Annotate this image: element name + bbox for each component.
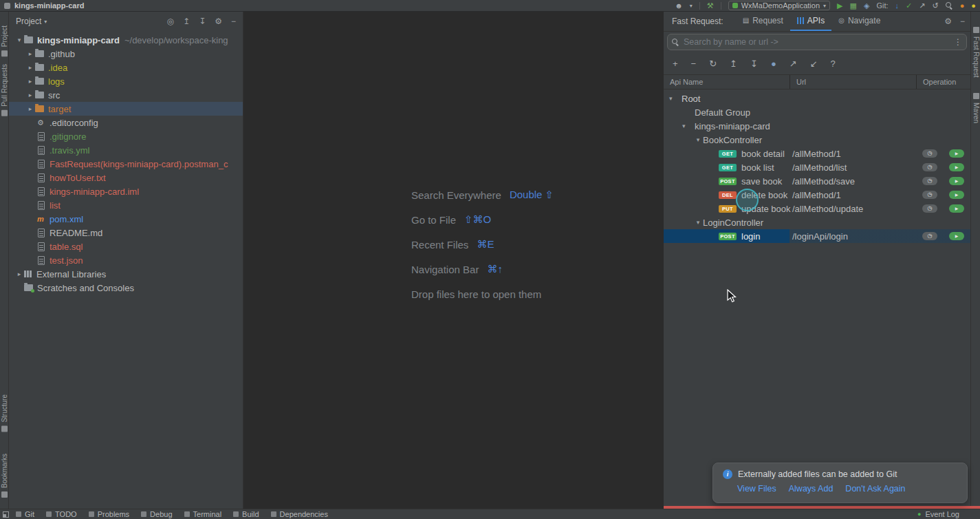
settings-gear-icon[interactable]: ⚙ [944,17,952,26]
add-button[interactable]: + [673,59,678,69]
git-update-icon[interactable]: ↓ [895,2,900,10]
chevron-right-icon[interactable]: ▸ [25,105,35,112]
chevron-down-icon[interactable]: ▾ [690,3,693,9]
expand-all-button[interactable]: ↥ [730,59,737,69]
stub-todo[interactable]: TODO [46,510,77,518]
send-request-button[interactable]: ▶ [949,149,964,158]
stub-build[interactable]: Build [233,510,259,518]
tree-row-selected[interactable]: ▸target [9,102,243,116]
run-configuration-selector[interactable]: WxMaDemoApplication ▾ [728,1,830,10]
stub-terminal[interactable]: Terminal [184,510,222,518]
column-header-operation[interactable]: Operation [916,75,970,89]
sidebar-item-structure[interactable]: Structure [1,394,8,432]
refresh-button[interactable]: ↻ [709,59,717,69]
history-button[interactable]: ◷ [922,177,937,185]
chevron-down-icon[interactable]: ▾ [693,219,703,226]
rollback-icon[interactable]: ↺ [932,2,938,10]
services-icon[interactable]: ▦ [850,2,857,10]
tree-row[interactable]: .gitignore [9,129,243,143]
chevron-right-icon[interactable]: ▸ [25,50,35,57]
history-button[interactable]: ◷ [922,204,937,213]
tree-row[interactable]: ▸.idea [9,61,243,74]
export-button[interactable]: ↗ [790,59,797,69]
filter-button[interactable]: ● [771,59,776,69]
git-push-icon[interactable]: ↗ [919,2,925,10]
chevron-down-icon[interactable]: ▾ [681,123,695,129]
collapse-all-button[interactable]: ↧ [199,17,206,26]
tree-row[interactable]: test.json [9,253,243,267]
api-row[interactable]: GET book detail /allMethod/1 ◷▶ [664,147,970,160]
send-request-button[interactable]: ▶ [949,177,964,185]
expand-all-button[interactable]: ↥ [183,17,190,26]
send-request-button[interactable]: ▶ [949,232,964,240]
tree-row-external-libraries[interactable]: ▸External Libraries [9,267,243,281]
sidebar-item-maven[interactable]: Maven [972,93,980,123]
api-row[interactable]: POST save book /allMethod/save ◷▶ [664,174,970,188]
stub-event-log[interactable]: ● Event Log [917,510,959,518]
column-header-url[interactable]: Url [790,75,916,89]
api-tree-row[interactable]: ▾kings-miniapp-card [664,119,970,133]
help-button[interactable]: ? [831,59,836,69]
stub-debug[interactable]: Debug [141,510,172,518]
search-icon[interactable] [946,2,953,10]
kebab-menu-icon[interactable]: ⋮ [954,37,962,47]
settings-gear-icon[interactable]: ⚙ [215,17,222,26]
history-button[interactable]: ◷ [922,163,937,171]
tab-apis[interactable]: APIs [790,12,831,31]
api-row-delete-book[interactable]: DEL delete book /allMethod/1 ◷▶ [664,188,970,202]
chevron-down-icon[interactable]: ▾ [693,136,703,143]
project-view-selector[interactable]: Project [16,17,41,26]
chevron-down-icon[interactable]: ▾ [44,19,47,25]
api-tree-row-root[interactable]: ▾Root [664,92,970,105]
history-button[interactable]: ◷ [922,232,937,240]
api-tree-row-controller[interactable]: ▾LoginController [664,215,970,229]
tree-row-scratches[interactable]: Scratches and Consoles [9,281,243,295]
api-search-field[interactable]: ⋮ [667,34,967,50]
send-request-button[interactable]: ▶ [949,163,964,171]
tree-row[interactable]: kings-miniapp-card.iml [9,184,243,198]
sidebar-item-bookmarks[interactable]: Bookmarks [1,454,8,498]
stub-dependencies[interactable]: Dependencies [271,510,328,518]
debug-icon[interactable]: ◈ [864,2,869,10]
tree-row[interactable]: howToUser.txt [9,171,243,184]
api-row[interactable]: PUT update book /allMethod/update ◷▶ [664,202,970,215]
tree-row[interactable]: README.md [9,226,243,240]
sidebar-item-fast-request[interactable]: Fast Request [972,27,980,77]
tab-navigate[interactable]: ◎Navigate [831,12,887,31]
chevron-down-icon[interactable]: ▾ [668,95,682,102]
git-notification-balloon[interactable]: i Externally added files can be added to… [712,463,968,503]
dont-ask-again-link[interactable]: Don't Ask Again [845,484,905,494]
stub-git[interactable]: Git [16,510,34,518]
tree-row[interactable]: ⚙.editorconfig [9,116,243,129]
send-request-button[interactable]: ▶ [949,204,964,213]
chevron-right-icon[interactable]: ▸ [25,64,35,71]
api-row-selected[interactable]: POST login /loginApi/login ◷▶ [664,229,970,243]
search-input[interactable] [684,37,950,47]
view-files-link[interactable]: View Files [737,484,776,494]
sync-status-icon[interactable]: ● [960,2,965,10]
always-add-link[interactable]: Always Add [789,484,834,494]
history-button[interactable]: ◷ [922,191,937,199]
chevron-right-icon[interactable]: ▸ [25,78,35,85]
tree-row-project-root[interactable]: ▾ kings-miniapp-card ~/develop/workspace… [9,33,243,47]
build-hammer-icon[interactable]: ⚒ [707,2,714,10]
api-row[interactable]: GET book list /allMethod/list ◷▶ [664,160,970,174]
tree-row[interactable]: list [9,198,243,212]
toolwindow-toggle-icon[interactable] [3,511,9,518]
sidebar-item-pull-requests[interactable]: Pull Requests [1,64,8,116]
column-header-api-name[interactable]: Api Name [664,75,790,89]
tree-row[interactable]: .travis.yml [9,143,243,157]
chevron-right-icon[interactable]: ▸ [25,92,35,98]
hide-panel-button[interactable]: − [231,17,236,26]
history-button[interactable]: ◷ [922,149,937,158]
api-tree-row[interactable]: Default Group [664,105,970,119]
locate-file-button[interactable]: ◎ [167,17,174,26]
tree-row[interactable]: ▸logs [9,74,243,88]
send-request-button[interactable]: ▶ [949,191,964,199]
collapse-all-button[interactable]: ↧ [750,59,758,69]
hide-panel-button[interactable]: − [960,17,965,26]
remove-button[interactable]: − [691,59,697,69]
tree-row[interactable]: table.sql [9,240,243,253]
api-tree-row-controller[interactable]: ▾BookController [664,133,970,147]
tree-row[interactable]: ▸.github [9,47,243,61]
